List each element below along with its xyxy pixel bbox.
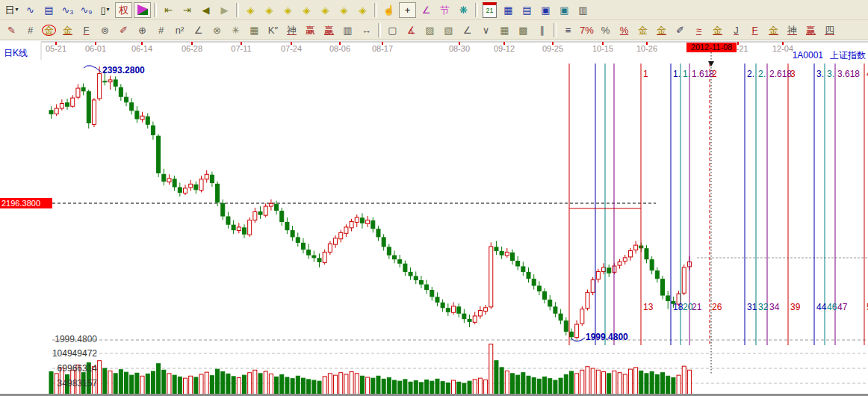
win-angle-tool-icon[interactable]: 赢 xyxy=(802,22,819,38)
crosshair-button-icon[interactable]: + xyxy=(399,2,416,18)
percent-tool-icon[interactable]: % xyxy=(597,22,614,38)
gold-ring-tool-icon[interactable]: 金 xyxy=(634,22,651,38)
four-angle-tool-icon[interactable]: 四 xyxy=(821,22,838,38)
cycle-count-label: 21 xyxy=(692,302,701,312)
cycle-count-label: 31 xyxy=(747,302,757,312)
date-tick-mark xyxy=(602,42,604,45)
gold-lines-tool-icon[interactable]: 金 xyxy=(653,22,670,38)
toolbar-separator xyxy=(374,3,377,17)
toolbar-main: 日▾∿▤∿₃∿₉▯▾权⇤⇥◀▶◈◈◈◈◈◈◈☝+∠节❋21▦▤▣▣▥ xyxy=(0,0,868,20)
bar-count-tool-icon[interactable]: # xyxy=(152,22,170,38)
fit-width-button-icon[interactable]: ◈ xyxy=(335,2,353,18)
volume-profile-button-icon[interactable] xyxy=(134,2,151,18)
spiral-tool-icon[interactable]: ⊚ xyxy=(96,22,114,38)
date-tick-mark xyxy=(503,42,505,45)
app-window: { "toolbar": { "row1": [ {"name":"period… xyxy=(0,0,868,396)
cycle-ratio-label: 2. xyxy=(747,69,754,79)
compress-horizontal-button-icon[interactable]: ◈ xyxy=(298,2,315,18)
grid-coarse-tool-icon[interactable]: ▩ xyxy=(515,22,532,38)
current-date-arrow-icon xyxy=(708,61,714,66)
angle-ruler-tool-icon[interactable]: ∠ xyxy=(190,22,207,38)
price-marker-badge[interactable]: 2196.3800 xyxy=(0,198,52,208)
ai-brain-button-icon[interactable]: ❋ xyxy=(455,2,472,18)
print-button-icon[interactable]: ▥ xyxy=(574,2,592,18)
candle-style-button-icon[interactable]: ▯▾ xyxy=(96,2,114,18)
gann-fan-box2-tool-icon[interactable]: ▧ xyxy=(440,22,457,38)
k-quote-tool-icon[interactable]: K″ xyxy=(264,22,282,38)
ruler-tool-icon[interactable]: ▥ xyxy=(339,22,356,38)
gann-fan-box-tool-icon[interactable]: ▨ xyxy=(421,22,438,38)
f-angle-tool-icon[interactable]: F xyxy=(746,22,763,38)
price-steps-tool-icon[interactable]: ≡ xyxy=(559,22,577,38)
v-lines-tool-icon[interactable]: ∨ xyxy=(477,22,495,38)
zoom-out-button-icon[interactable]: ◈ xyxy=(242,2,259,18)
angle-lines-tool-icon[interactable]: ∠ xyxy=(459,22,476,38)
toolbar-separator xyxy=(475,3,478,17)
date-tick-mark xyxy=(141,42,143,45)
date-tick-mark xyxy=(552,42,554,45)
next-page-button-icon[interactable]: ▶ xyxy=(216,2,233,18)
date-tick-label: 10-26 xyxy=(626,44,668,53)
rhythm-button-icon[interactable]: 节 xyxy=(436,2,453,18)
volume-scale-label: 104949472 xyxy=(22,348,97,359)
gann-star-tool-icon[interactable]: ✳ xyxy=(227,22,244,38)
gold-angle-tool-icon[interactable]: 金 xyxy=(765,22,782,38)
percent-grid-tool-icon[interactable]: # xyxy=(22,22,39,38)
ex-rights-button-icon[interactable]: 权 xyxy=(115,2,132,18)
ma9-wave-button-icon[interactable]: ∿₉ xyxy=(78,2,95,18)
grid-fine-tool-icon[interactable]: ▦ xyxy=(496,22,513,38)
overlay-style-button-icon[interactable]: ∿ xyxy=(22,2,39,18)
fibonacci-grid-tool-icon[interactable]: F xyxy=(78,22,95,38)
gann-wheel-tool-icon[interactable]: ⊕ xyxy=(134,22,151,38)
win-tool-icon[interactable]: 赢 xyxy=(302,22,319,38)
fit-screen-button-icon[interactable]: ◈ xyxy=(354,2,371,18)
ma3-wave-button-icon[interactable]: ∿₃ xyxy=(59,2,76,18)
cycle-ratio-label: 1. xyxy=(683,69,690,79)
prev-page-button-icon[interactable]: ◀ xyxy=(197,2,214,18)
gold-underline-tool-icon[interactable]: 金 xyxy=(709,22,726,38)
info-panel-button-icon[interactable]: ▤ xyxy=(40,2,58,18)
current-date-badge[interactable]: 2012-11-08 xyxy=(686,43,737,52)
shen-angle-tool-icon[interactable]: 神 xyxy=(784,22,801,38)
calendar-button-icon[interactable]: 21 xyxy=(481,2,498,18)
notes-button-icon[interactable]: ▤ xyxy=(518,2,536,18)
gann-gun-button-icon[interactable]: ∠ xyxy=(418,2,435,18)
expand-horizontal-button-icon[interactable]: ◈ xyxy=(279,2,297,18)
fan-lines-tool-icon[interactable]: ∡ xyxy=(403,22,420,38)
save-as-button-icon[interactable]: ▣ xyxy=(556,2,573,18)
gann-circle-tool-icon[interactable]: ⊗ xyxy=(208,22,226,38)
golden-section-tool-icon[interactable]: 金 xyxy=(40,22,58,38)
calendar-glyph: 21 xyxy=(483,2,497,18)
volume-scale-label: 34983157 xyxy=(22,378,97,389)
gann-box-tool-icon[interactable]: ▦ xyxy=(246,22,263,38)
j-angle-tool-icon[interactable]: J xyxy=(728,22,745,38)
n-square-tool-icon[interactable]: n² xyxy=(171,22,188,38)
pen-one-tool-icon[interactable]: ✐ xyxy=(672,22,689,38)
save-button-icon[interactable]: ▣ xyxy=(537,2,554,18)
first-page-button-icon[interactable]: ⇤ xyxy=(160,2,177,18)
percent-retrace-tool-icon[interactable]: 7% xyxy=(578,22,595,38)
marker-pen-tool-icon[interactable]: ✐ xyxy=(115,22,132,38)
zoom-in-button-icon[interactable]: ◈ xyxy=(261,2,278,18)
date-tick-label: 07-24 xyxy=(270,44,312,53)
cycle-ratio-label: 1. xyxy=(673,69,681,79)
calculator-button-icon[interactable]: ▦ xyxy=(500,2,517,18)
win-grid-tool-icon[interactable]: 赢 xyxy=(320,22,338,38)
pan-hand-button-icon[interactable]: ☝ xyxy=(380,2,397,18)
shen-grid-tool-icon[interactable]: 神 xyxy=(283,22,300,38)
chart-area[interactable] xyxy=(0,0,868,396)
golden-grid-tool-icon[interactable]: 金 xyxy=(59,22,76,38)
chart-canvas[interactable] xyxy=(0,0,868,396)
brush-tool-icon[interactable]: ✎ xyxy=(3,22,20,38)
cycle-count-label: 44 xyxy=(816,302,826,312)
parallel-lines-tool-icon[interactable]: ∥ xyxy=(533,22,551,38)
period-daily-button-icon[interactable]: 日▾ xyxy=(3,2,20,18)
width-measure-tool-icon[interactable]: ↔ xyxy=(358,22,375,38)
wave-band-tool-icon[interactable]: ≈ xyxy=(690,22,707,38)
peak-annotation-pointer xyxy=(84,66,102,72)
percent-lines-tool-icon[interactable]: % xyxy=(616,22,633,38)
box-select-tool-icon[interactable]: ▢ xyxy=(384,22,401,38)
last-page-button-icon[interactable]: ⇥ xyxy=(179,2,196,18)
expand-all-button-icon[interactable]: ◈ xyxy=(317,2,334,18)
date-tick-label: 06-01 xyxy=(75,44,117,53)
